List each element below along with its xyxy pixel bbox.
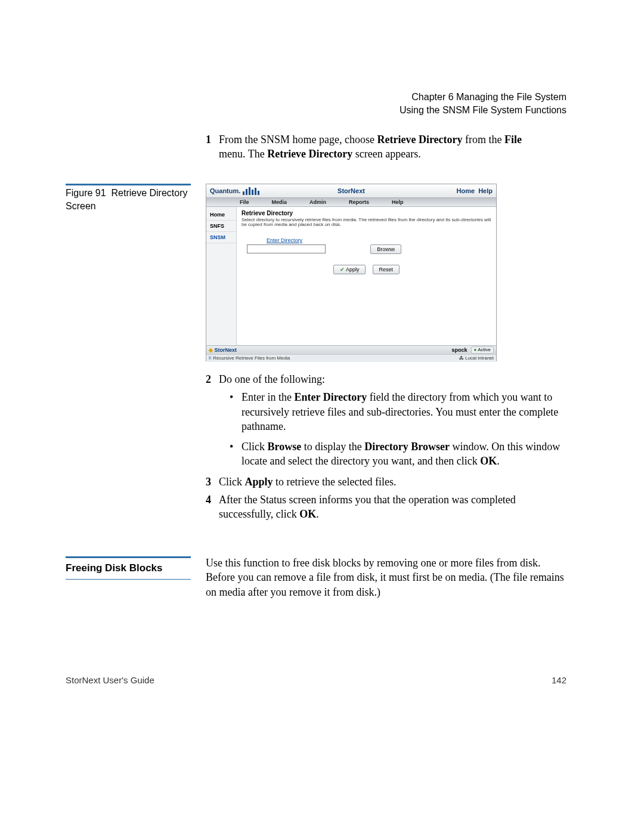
reset-button[interactable]: Reset	[373, 265, 400, 274]
sidebar-item-home[interactable]: Home	[206, 209, 236, 221]
status-right: Local intranet	[459, 355, 494, 362]
step-1: 1 From the SNSM home page, choose Retrie…	[206, 132, 566, 165]
sidebar: Home SNFS SNSM	[206, 207, 237, 345]
sidebar-item-snfs[interactable]: SNFS	[206, 221, 236, 232]
app-header: Quantum. StorNext Home Help	[206, 184, 496, 198]
bullet-icon: •	[230, 439, 242, 469]
section-line: Using the SNSM File System Functions	[400, 104, 566, 117]
step-text: Do one of the following:	[219, 372, 566, 386]
menu-media[interactable]: Media	[272, 199, 287, 206]
apply-button[interactable]: Apply	[333, 265, 366, 274]
panel-description: Select directory to recursively retrieve…	[242, 218, 491, 228]
app-footer: StorNext spock Active	[206, 345, 496, 354]
status-left: Recursive Retrieve Files from Media	[209, 355, 290, 362]
menu-reports[interactable]: Reports	[349, 199, 369, 206]
step-number: 3	[206, 475, 219, 489]
menu-help[interactable]: Help	[392, 199, 404, 206]
figure-caption: Figure 91 Retrieve Directory Screen	[66, 184, 191, 212]
section-body: Use this function to free disk blocks by…	[206, 556, 566, 599]
menu-file[interactable]: File	[240, 199, 249, 206]
brand-logo: Quantum.	[206, 187, 240, 196]
step-number: 4	[206, 493, 219, 522]
steps-2-4: 2 Do one of the following: • Enter in th…	[206, 372, 566, 525]
footer-brand: StorNext	[209, 346, 237, 354]
menu-bar: File Media Admin Reports Help	[206, 198, 496, 207]
step-text: From the SNSM home page, choose Retrieve…	[219, 132, 566, 162]
host-name: spock	[452, 346, 467, 354]
bullet-icon: •	[230, 390, 242, 433]
main-panel: Retrieve Directory Select directory to r…	[237, 207, 496, 345]
browse-button[interactable]: Browse	[370, 244, 401, 254]
page-footer: StorNext User's Guide 142	[66, 674, 566, 686]
enter-directory-input[interactable]	[247, 244, 326, 253]
menu-admin[interactable]: Admin	[309, 199, 326, 206]
enter-directory-label: Enter Directory	[267, 237, 302, 243]
step-text: Click Apply to retrieve the selected fil…	[219, 475, 566, 489]
section-title-freeing-disk-blocks: Freeing Disk Blocks	[66, 556, 191, 580]
retrieve-directory-screenshot: Quantum. StorNext Home Help File Media A…	[206, 184, 497, 361]
home-link[interactable]: Home	[456, 187, 475, 194]
brand-graphic-icon	[243, 187, 259, 195]
bullet-text: Click Browse to display the Directory Br…	[242, 439, 566, 469]
footer-page-number: 142	[552, 674, 566, 686]
bullet-text: Enter in the Enter Directory field the d…	[242, 390, 566, 433]
page-header: Chapter 6 Managing the File System Using…	[400, 91, 566, 116]
browser-status-bar: Recursive Retrieve Files from Media Loca…	[206, 354, 496, 362]
footer-guide: StorNext User's Guide	[66, 674, 154, 686]
panel-title: Retrieve Directory	[242, 209, 491, 218]
sidebar-item-snsm[interactable]: SNSM	[206, 232, 236, 243]
chapter-line: Chapter 6 Managing the File System	[400, 91, 566, 104]
step-number: 2	[206, 372, 219, 386]
step-text: After the Status screen informs you that…	[219, 493, 566, 522]
help-link[interactable]: Help	[478, 187, 493, 194]
step-number: 1	[206, 132, 219, 162]
status-active-badge: Active	[471, 346, 494, 354]
